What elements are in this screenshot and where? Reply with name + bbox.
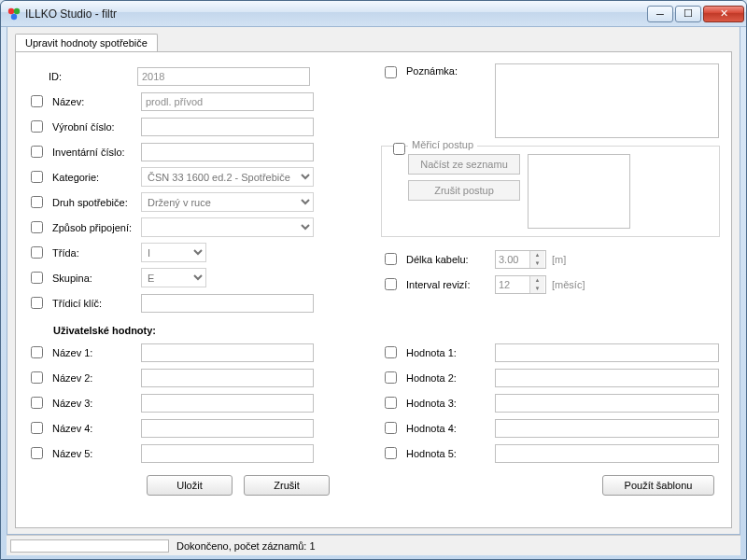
interval-unit: [měsíc] [552,279,585,290]
nazev1-checkbox[interactable] [31,346,43,358]
poznamka-checkbox[interactable] [385,66,397,78]
nazev5-label: Název 5: [52,448,141,459]
zpusob-label: Způsob připojení: [52,222,141,233]
window-title: ILLKO Studio - filtr [25,7,647,21]
nazev3-label: Název 3: [52,398,141,409]
hodnota3-field[interactable] [495,394,719,413]
poznamka-field [495,63,719,138]
nazev5-checkbox[interactable] [31,447,43,459]
nazev1-label: Název 1: [52,347,141,358]
nazev4-label: Název 4: [52,423,141,434]
minimize-button[interactable]: ─ [647,6,673,22]
poznamka-label: Poznámka: [406,65,495,77]
hodnota1-field[interactable] [495,343,719,362]
hodnota2-label: Hodnota 2: [406,372,495,384]
tridici-label: Třídicí klíč: [52,298,141,309]
vyrobni-checkbox[interactable] [31,120,43,133]
druh-checkbox[interactable] [31,196,43,208]
tab-upravit-hodnoty[interactable]: Upravit hodnoty spotřebiče [15,34,158,52]
zpusob-checkbox[interactable] [31,221,43,233]
merici-preview [528,154,630,229]
delka-value [496,251,529,268]
status-text: Dokončeno, počet záznamů: 1 [176,540,316,552]
interval-value [496,276,529,293]
maximize-button[interactable]: ☐ [675,6,701,22]
skupina-select[interactable]: E [141,268,206,287]
main-panel: ID: Název: Výrobní číslo: [15,51,732,528]
nazev4-field[interactable] [141,419,314,438]
nazev3-field[interactable] [141,394,314,413]
vyrobni-field[interactable] [141,118,314,136]
save-button[interactable]: Uložit [147,475,233,496]
delka-checkbox[interactable] [385,253,397,265]
delka-unit: [m] [552,254,566,265]
close-button[interactable]: ✕ [703,6,744,22]
spin-down-icon[interactable]: ▼ [530,259,544,268]
kategorie-label: Kategorie: [52,172,141,183]
right-column: Poznámka: Měřicí postup Načíst ze seznam… [381,63,720,315]
spin-up-icon[interactable]: ▲ [530,251,544,259]
hodnota2-checkbox[interactable] [385,371,397,384]
nazev2-field[interactable] [141,369,314,387]
progress-bar [10,539,169,553]
id-label: ID: [49,71,137,82]
kategorie-checkbox[interactable] [31,171,43,183]
hodnota4-label: Hodnota 4: [406,423,495,434]
nazev-checkbox[interactable] [31,95,43,107]
zrusit-postup-button[interactable]: Zrušit postup [408,180,520,201]
nazev1-field[interactable] [141,343,314,362]
hodnota4-checkbox[interactable] [385,422,397,434]
nacist-button[interactable]: Načíst ze seznamu [408,154,520,175]
hodnota3-label: Hodnota 3: [406,398,495,409]
nazev2-checkbox[interactable] [31,371,43,384]
svg-point-2 [11,13,17,19]
nazev4-checkbox[interactable] [31,422,43,434]
tridici-field[interactable] [141,294,314,313]
svg-point-0 [8,7,14,13]
titlebar: ILLKO Studio - filtr ─ ☐ ✕ [1,1,746,27]
hodnota5-checkbox[interactable] [385,447,397,459]
druh-label: Druh spotřebiče: [52,197,141,208]
nazev5-field[interactable] [141,444,314,463]
interval-spinner[interactable]: ▲▼ [495,275,546,294]
spin-up-icon[interactable]: ▲ [530,276,544,285]
inventarni-field[interactable] [141,143,314,161]
use-template-button[interactable]: Použít šablonu [602,475,714,496]
vyrobni-label: Výrobní číslo: [52,121,141,133]
trida-checkbox[interactable] [31,246,43,259]
spin-down-icon[interactable]: ▼ [530,285,544,293]
hodnota3-checkbox[interactable] [385,397,397,409]
user-values-title: Uživatelské hodnoty: [53,325,720,336]
hodnota4-field[interactable] [495,419,719,438]
hodnota2-field[interactable] [495,369,719,387]
delka-label: Délka kabelu: [406,254,495,265]
svg-point-1 [14,7,20,13]
merici-group-title: Měřicí postup [408,139,477,150]
tridici-checkbox[interactable] [31,297,43,309]
inventarni-label: Inventární číslo: [52,147,141,158]
left-column: ID: Název: Výrobní číslo: [27,63,366,315]
hodnota5-label: Hodnota 5: [406,448,495,459]
druh-select[interactable]: Držený v ruce [141,192,314,212]
hodnota5-field[interactable] [495,444,719,463]
cancel-button[interactable]: Zrušit [244,475,330,496]
inventarni-checkbox[interactable] [31,146,43,158]
action-row: Uložit Zrušit Použít šablonu [27,475,720,496]
trida-select[interactable]: I [141,243,206,262]
statusbar: Dokončeno, počet záznamů: 1 [7,535,740,555]
kategorie-select[interactable]: ČSN 33 1600 ed.2 - Spotřebiče [141,167,314,187]
nazev2-label: Název 2: [52,372,141,384]
client-area: Upravit hodnoty spotřebiče ID: Název: [7,27,740,535]
nazev-label: Název: [52,96,141,107]
skupina-label: Skupina: [52,273,141,284]
hodnota1-checkbox[interactable] [385,346,397,358]
delka-spinner[interactable]: ▲▼ [495,250,546,269]
zpusob-select[interactable] [141,217,314,237]
interval-checkbox[interactable] [385,278,397,290]
merici-checkbox[interactable] [393,143,405,155]
nazev3-checkbox[interactable] [31,397,43,409]
skupina-checkbox[interactable] [31,272,43,284]
trida-label: Třída: [52,247,141,259]
app-icon [7,7,21,21]
id-field [137,67,310,86]
